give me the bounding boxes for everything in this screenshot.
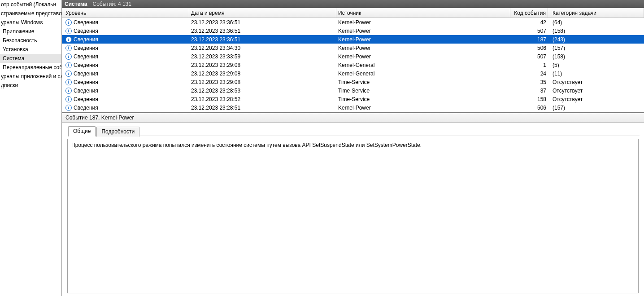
event-grid-header[interactable]: Уровень Дата и время Источник Код событи… <box>62 8 644 18</box>
cell-category: (243) <box>548 36 644 43</box>
cell-date: 23.12.2023 23:29:08 <box>189 79 336 85</box>
detail-tab-strip: Общие Подробности <box>62 123 644 136</box>
cell-category: (157) <box>548 105 644 111</box>
detail-message: Процесс пользовательского режима попытал… <box>67 139 639 293</box>
cell-date: 23.12.2023 23:29:08 <box>189 71 336 77</box>
column-header-level[interactable]: Уровень <box>64 8 189 18</box>
cell-category: Отсутствует <box>548 88 644 94</box>
cell-source: Kernel-Power <box>336 36 510 43</box>
detail-body-wrap: Процесс пользовательского режима попытал… <box>62 136 644 296</box>
cell-date: 23.12.2023 23:34:30 <box>189 45 336 51</box>
cell-source: Time-Service <box>336 88 510 94</box>
table-row[interactable]: iСведения23.12.2023 23:36:51Kernel-Power… <box>62 18 644 27</box>
info-icon: i <box>65 36 72 43</box>
column-header-date[interactable]: Дата и время <box>189 8 336 18</box>
cell-level-text: Сведения <box>74 96 98 102</box>
cell-category: (158) <box>548 53 644 60</box>
cell-level-text: Сведения <box>74 19 98 26</box>
cell-date: 23.12.2023 23:36:51 <box>189 28 336 34</box>
cell-event-id: 35 <box>510 79 548 85</box>
table-row[interactable]: iСведения23.12.2023 23:36:51Kernel-Power… <box>62 27 644 35</box>
table-row[interactable]: iСведения23.12.2023 23:36:51Kernel-Power… <box>62 35 644 44</box>
cell-level-text: Сведения <box>74 71 98 77</box>
cell-date: 23.12.2023 23:28:52 <box>189 96 336 102</box>
cell-level-text: Сведения <box>74 53 98 60</box>
cell-category: Отсутствует <box>548 79 644 85</box>
tree-item[interactable]: Безопасность <box>0 36 61 45</box>
cell-source: Kernel-Power <box>336 105 510 111</box>
cell-date: 23.12.2023 23:28:53 <box>189 88 336 94</box>
cell-level-text: Сведения <box>74 79 98 85</box>
cell-source: Kernel-Power <box>336 28 510 34</box>
cell-source: Kernel-Power <box>336 19 510 26</box>
cell-level-text: Сведения <box>74 62 98 68</box>
info-icon: i <box>65 96 72 102</box>
cell-source: Kernel-Power <box>336 53 510 60</box>
table-row[interactable]: iСведения23.12.2023 23:28:52Time-Service… <box>62 95 644 103</box>
cell-source: Time-Service <box>336 79 510 85</box>
event-detail-title: Событие 187, Kernel-Power <box>62 113 644 123</box>
tab-general[interactable]: Общие <box>68 126 96 137</box>
cell-event-id: 506 <box>510 45 548 51</box>
cell-category: (5) <box>548 62 644 68</box>
info-icon: i <box>65 105 72 111</box>
table-row[interactable]: iСведения23.12.2023 23:28:53Time-Service… <box>62 86 644 95</box>
cell-source: Kernel-Power <box>336 45 510 51</box>
cell-level: iСведения <box>64 36 189 43</box>
info-icon: i <box>65 53 72 60</box>
table-row[interactable]: iСведения23.12.2023 23:29:08Time-Service… <box>62 78 644 86</box>
cell-level: iСведения <box>64 105 189 111</box>
cell-event-id: 37 <box>510 88 548 94</box>
column-header-category[interactable]: Категория задачи <box>548 8 644 18</box>
cell-level: iСведения <box>64 79 189 85</box>
cell-level: iСведения <box>64 28 189 34</box>
log-title: Система <box>65 1 87 7</box>
cell-category: (64) <box>548 19 644 26</box>
tree-item[interactable]: страиваемые представле <box>0 9 61 18</box>
info-icon: i <box>65 79 72 85</box>
info-icon: i <box>65 88 72 94</box>
table-row[interactable]: iСведения23.12.2023 23:28:51Kernel-Power… <box>62 103 644 112</box>
cell-category: Отсутствует <box>548 96 644 102</box>
cell-level-text: Сведения <box>74 28 98 34</box>
column-header-event-id[interactable]: Код события <box>510 8 548 18</box>
tree-item[interactable]: урналы Windows <box>0 18 61 27</box>
cell-level: iСведения <box>64 19 189 26</box>
cell-level: iСведения <box>64 71 189 77</box>
cell-event-id: 42 <box>510 19 548 26</box>
navigation-tree[interactable]: отр событий (Локальнстраиваемые представ… <box>0 0 62 296</box>
event-grid: Уровень Дата и время Источник Код событи… <box>62 8 644 112</box>
tree-item[interactable]: отр событий (Локальн <box>0 0 61 9</box>
table-row[interactable]: iСведения23.12.2023 23:29:08Kernel-Gener… <box>62 69 644 78</box>
info-icon: i <box>65 45 72 51</box>
cell-event-id: 24 <box>510 71 548 77</box>
cell-date: 23.12.2023 23:36:51 <box>189 19 336 26</box>
cell-category: (11) <box>548 71 644 77</box>
tree-item[interactable]: урналы приложений и сл <box>0 72 61 81</box>
cell-event-id: 1 <box>510 62 548 68</box>
tree-item[interactable]: дписки <box>0 81 61 90</box>
cell-level-text: Сведения <box>74 88 98 94</box>
column-header-source[interactable]: Источник <box>336 8 510 18</box>
main-pane: Система Событий: 4 131 Уровень Дата и вр… <box>62 0 644 296</box>
info-icon: i <box>65 28 72 34</box>
info-icon: i <box>65 71 72 77</box>
cell-date: 23.12.2023 23:33:59 <box>189 53 336 60</box>
cell-level-text: Сведения <box>74 45 98 51</box>
cell-date: 23.12.2023 23:29:08 <box>189 62 336 68</box>
table-row[interactable]: iСведения23.12.2023 23:34:30Kernel-Power… <box>62 44 644 52</box>
table-row[interactable]: iСведения23.12.2023 23:29:08Kernel-Gener… <box>62 61 644 69</box>
log-title-bar: Система Событий: 4 131 <box>62 0 644 8</box>
cell-event-id: 507 <box>510 53 548 60</box>
table-row[interactable]: iСведения23.12.2023 23:33:59Kernel-Power… <box>62 52 644 61</box>
tree-item[interactable]: Приложение <box>0 27 61 36</box>
cell-source: Kernel-General <box>336 62 510 68</box>
cell-level-text: Сведения <box>74 105 98 111</box>
tree-item[interactable]: Перенаправленные соб <box>0 63 61 72</box>
cell-level: iСведения <box>64 96 189 102</box>
tree-item[interactable]: Установка <box>0 45 61 54</box>
cell-level: iСведения <box>64 88 189 94</box>
tab-details[interactable]: Подробности <box>96 127 139 137</box>
tree-item[interactable]: Система <box>0 54 61 63</box>
event-grid-body[interactable]: iСведения23.12.2023 23:36:51Kernel-Power… <box>62 18 644 112</box>
